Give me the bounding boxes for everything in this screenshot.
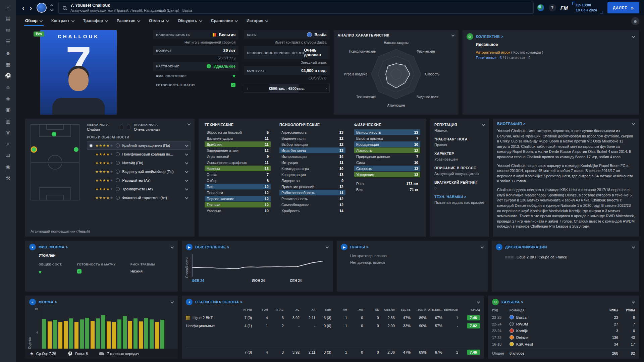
role-row[interactable]: ★★★★★iРаумдойтер (Ат) [87,176,191,185]
performance-title[interactable]: ВЫСТУПЛЕНИЕ > [195,245,229,249]
home-icon[interactable]: ⌂ [3,3,13,12]
manager-avatar[interactable]: ☻ [631,17,639,25]
tab-6[interactable]: Обсудить [173,18,207,26]
chevron-down-icon[interactable] [326,246,329,249]
club-crest-icon[interactable]: ◈ [3,94,13,103]
attribute-row: Выносливость13 [354,129,420,135]
back-button[interactable]: ‹ [19,4,27,11]
chevron-down-icon[interactable] [171,301,174,304]
svg-text:Физические: Физические [416,50,435,53]
career-apps: 27 [597,322,618,326]
overall-condition: ОБЩЕЕ СОСТ. [39,262,62,275]
chevron-down-icon[interactable] [185,170,188,173]
chevron-down-icon[interactable] [632,301,635,304]
tab-3[interactable]: Трансфер [79,18,112,26]
suspension-squares-icon [505,256,514,258]
role-row[interactable]: ★★★★★iПолуфланговый крайний по... [87,150,191,159]
age-field: ВОЗРАСТ 29 лет (28/8/1995) [153,46,238,61]
season-stats-title[interactable]: СТАТИСТИКА СЕЗОНА > [195,300,243,304]
tab-1[interactable]: Обзор [21,18,47,26]
attribute-row: Игра без мяча13 [279,147,345,153]
stat-column-header: ВЫНОСЫ [443,308,458,311]
chevron-down-icon[interactable] [185,179,188,182]
nationality-field: НАЦИОНАЛЬНОСТЬ Бельгия Нет игр в молодеж… [153,30,238,45]
chevron-down-icon[interactable] [481,246,484,249]
schedule-icon[interactable]: ▥ [3,117,13,126]
chevron-down-icon[interactable] [171,246,174,249]
monitor-icon[interactable]: ▤ [3,14,13,23]
chevron-down-icon[interactable] [632,122,635,125]
role-row[interactable]: ★★★★★iИнсайд (По) [87,159,191,167]
pitch-map[interactable] [30,123,80,201]
role-row[interactable]: ★★★★★iВыдвинутый плеймейкер (По) [87,167,191,176]
help-icon[interactable]: ? [549,4,556,11]
role-row[interactable]: ★★★★★iТреквартиста (Ат) [87,185,191,193]
form-bar [91,321,95,349]
form-title[interactable]: ФОРМА > [39,300,57,304]
news-icon[interactable]: ☰ [3,37,13,46]
chevron-down-icon[interactable] [187,123,191,126]
match-ball-icon[interactable]: ⚽ [3,71,13,80]
svg-text:Навыки защиты: Навыки защиты [384,41,409,45]
tab-4[interactable]: Развитие [112,18,145,26]
biography-panel: БИОГРАФИЯ > Youssef Challouk - имя, кото… [493,119,639,237]
tab-2[interactable]: Контракт [47,18,79,26]
competition-trophy-icon[interactable]: ♛ [3,128,13,137]
world-icon[interactable] [537,4,544,11]
position-right-mid-dot[interactable] [74,147,78,152]
team-panel-title[interactable]: КОЛЛЕКТИВ > [476,35,503,39]
search-bar[interactable]: 7. Youssef Challouk Атакующий полузащитн… [58,2,533,14]
attribute-row: Видение поля12 [279,135,345,141]
forward-button[interactable]: › [27,4,35,11]
training-icon[interactable]: ▣ [3,105,13,115]
career-row[interactable]: 16-18KSK Heist3417 [492,341,635,348]
chevron-down-icon[interactable] [632,35,635,38]
chevron-down-icon[interactable] [632,246,635,249]
tactics-icon[interactable]: ◉ [3,162,13,172]
chevron-down-icon [235,19,238,22]
info-block-title[interactable]: ТЕХН. НАВЫКИ > [434,195,485,199]
club-badge-icon[interactable] [37,3,47,13]
chevron-down-icon[interactable] [185,162,188,165]
chevron-down-icon[interactable] [185,153,188,156]
preferences-wrench-icon[interactable]: ⚒ [3,174,13,183]
stat-value: 7 (0) [237,316,252,320]
tab-5[interactable]: Отчеты [145,18,173,26]
transfer-value-slider[interactable]: €500тыс. - €800тыс. [244,84,329,93]
chevron-down-icon[interactable] [482,123,485,126]
chevron-down-icon[interactable] [185,188,188,191]
career-row[interactable]: 23-25Bastia238 [492,314,635,321]
fitness-title[interactable]: ФИЗ. ФОРМА > [39,245,68,249]
suspensions-title[interactable]: ДИСКВАЛИФИКАЦИИ [505,245,547,249]
career-title[interactable]: КАРЬЕРА > [501,300,524,304]
cycle-item-buttons[interactable] [51,5,53,11]
stat-column-header: СР.ОЦ [459,308,480,311]
tab-8[interactable]: История [242,18,273,26]
career-row[interactable]: 22-24Kortrijk30 [492,327,635,334]
chevron-down-icon[interactable] [185,196,188,199]
career-row[interactable]: 22-24RWDM277 [492,321,635,327]
chevron-down-icon[interactable] [477,301,480,304]
continue-button[interactable]: ДАЛЕЕ [607,2,639,13]
stats-icon[interactable]: ▦ [3,60,13,69]
scouting-search-icon[interactable]: ⌕ [3,139,13,149]
match-readiness-icon [77,269,82,274]
chevron-down-icon[interactable] [185,144,188,147]
role-row[interactable]: ★★★★★iФланговый таргетмен (Ат) [87,193,191,202]
role-row[interactable]: ★★★★★iКрайний полузащитник (По) [87,141,191,150]
tab-7[interactable]: Сравнение [207,18,242,26]
position-left-mid-dot-selected[interactable] [31,147,37,152]
squad-icon[interactable]: ☻ [3,48,13,58]
career-column-header: ГОД [492,309,509,312]
plans-title[interactable]: ПЛАНЫ > [350,245,369,249]
transfers-icon[interactable]: ⇄ [3,151,13,160]
match-readiness-row: ГОТОВНОСТЬ К МАТЧУ [153,81,238,89]
mail-icon[interactable]: ✉ [3,25,13,35]
profile-icon[interactable]: ☺ [3,82,13,92]
position-striker-dot[interactable] [52,132,56,136]
bastia-badge-icon [307,32,312,37]
biography-title[interactable]: БИОГРАФИЯ > [497,122,526,126]
chevron-down-icon[interactable] [451,34,454,37]
form-bar [133,318,138,349]
career-row[interactable]: 17-22Deinze13643 [492,334,635,341]
